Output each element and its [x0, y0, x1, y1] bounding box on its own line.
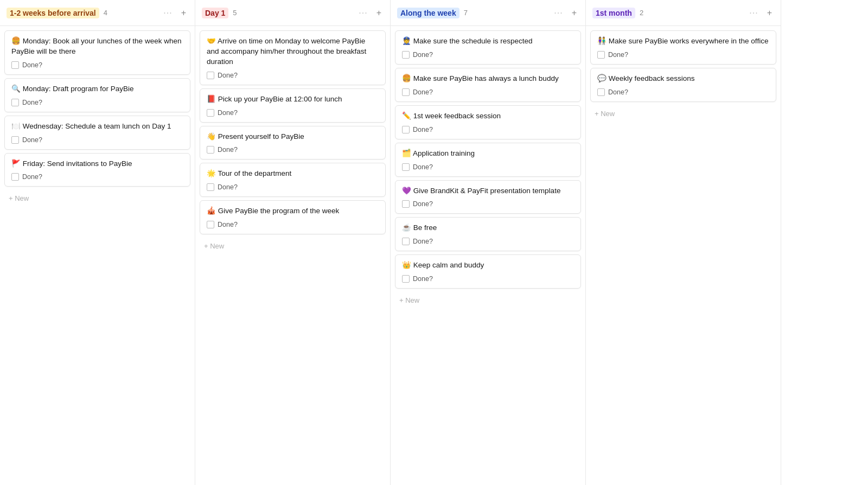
card-checkbox-c11[interactable] [402, 88, 410, 96]
column-body-4: 👫 Make sure PayBie works everywhere in t… [586, 26, 781, 485]
card-checkbox-row-c2: Done? [11, 99, 183, 106]
card-c1: 🍔 Monday: Book all your lunches of the w… [4, 30, 190, 75]
card-checkbox-label-c5: Done? [218, 72, 238, 79]
card-title-c1: 🍔 Monday: Book all your lunches of the w… [11, 36, 183, 57]
card-c10: 👮 Make sure the schedule is respectedDon… [395, 30, 581, 65]
card-checkbox-row-c1: Done? [11, 61, 183, 69]
column-2: Day 15···+🤝 Arrive on time on Monday to … [195, 0, 391, 485]
column-count-2: 5 [233, 9, 237, 17]
column-new-button-4[interactable]: + New [590, 106, 776, 121]
column-add-button-3[interactable]: + [570, 7, 579, 19]
card-title-c9: 🎪 Give PayBie the program of the week [207, 206, 379, 216]
column-new-button-2[interactable]: + New [200, 239, 386, 253]
card-c17: 👫 Make sure PayBie works everywhere in t… [590, 30, 776, 65]
card-title-c13: 🗂️ Application training [402, 149, 574, 159]
card-checkbox-c2[interactable] [11, 99, 19, 106]
card-checkbox-row-c7: Done? [207, 146, 379, 154]
card-c15: ☕ Be freeDone? [395, 217, 581, 251]
card-checkbox-label-c8: Done? [218, 183, 238, 191]
card-checkbox-c4[interactable] [11, 173, 19, 181]
card-c6: 📕 Pick up your PayBie at 12:00 for lunch… [200, 88, 386, 123]
card-checkbox-row-c4: Done? [11, 173, 183, 181]
card-title-c17: 👫 Make sure PayBie works everywhere in t… [597, 36, 769, 47]
column-add-button-1[interactable]: + [179, 7, 188, 19]
card-c12: ✏️ 1st week feedback sessionDone? [395, 105, 581, 139]
card-checkbox-c7[interactable] [207, 146, 214, 154]
card-checkbox-c14[interactable] [402, 200, 410, 208]
column-1: 1-2 weeks before arrival4···+🍔 Monday: B… [0, 0, 195, 485]
column-header-4: 1st month2···+ [586, 0, 781, 26]
card-checkbox-c5[interactable] [207, 72, 214, 79]
card-checkbox-label-c9: Done? [218, 221, 238, 228]
card-checkbox-label-c3: Done? [22, 136, 42, 144]
card-checkbox-c9[interactable] [207, 221, 214, 228]
card-c9: 🎪 Give PayBie the program of the weekDon… [200, 200, 386, 234]
card-title-c11: 🍔 Make sure PayBie has always a lunch bu… [402, 74, 574, 84]
column-new-button-1[interactable]: + New [4, 191, 190, 206]
card-c18: 💬 Weekly feedback sessionsDone? [590, 68, 776, 102]
card-checkbox-c16[interactable] [402, 275, 410, 283]
card-checkbox-c8[interactable] [207, 183, 214, 191]
card-checkbox-label-c2: Done? [22, 99, 42, 106]
card-checkbox-c1[interactable] [11, 61, 19, 69]
card-title-c3: 🍽️ Wednesday: Schedule a team lunch on D… [11, 122, 183, 132]
column-3: Along the week7···+👮 Make sure the sched… [391, 0, 586, 485]
card-checkbox-c12[interactable] [402, 126, 410, 133]
card-checkbox-label-c14: Done? [413, 200, 433, 208]
column-add-button-4[interactable]: + [765, 7, 774, 19]
card-c2: 🔍 Monday: Draft program for PayBieDone? [4, 78, 190, 112]
card-checkbox-label-c17: Done? [608, 51, 628, 59]
column-header-1: 1-2 weeks before arrival4···+ [0, 0, 195, 26]
column-4: 1st month2···+👫 Make sure PayBie works e… [586, 0, 781, 485]
card-checkbox-row-c9: Done? [207, 221, 379, 228]
card-title-c7: 👋 Present yourself to PayBie [207, 132, 379, 142]
card-checkbox-label-c10: Done? [413, 51, 433, 59]
card-c13: 🗂️ Application trainingDone? [395, 143, 581, 177]
column-menu-button-4[interactable]: ··· [747, 7, 760, 19]
card-title-c18: 💬 Weekly feedback sessions [597, 74, 769, 84]
card-checkbox-c6[interactable] [207, 109, 214, 117]
card-title-c2: 🔍 Monday: Draft program for PayBie [11, 84, 183, 94]
card-checkbox-row-c3: Done? [11, 136, 183, 144]
card-checkbox-c17[interactable] [597, 51, 605, 59]
card-c3: 🍽️ Wednesday: Schedule a team lunch on D… [4, 116, 190, 150]
card-checkbox-label-c1: Done? [22, 61, 42, 69]
card-checkbox-row-c14: Done? [402, 200, 574, 208]
column-menu-button-1[interactable]: ··· [161, 7, 174, 19]
column-menu-button-3[interactable]: ··· [552, 7, 565, 19]
card-checkbox-row-c16: Done? [402, 275, 574, 283]
card-title-c4: 🚩 Friday: Send invitations to PayBie [11, 159, 183, 169]
kanban-board: 1-2 weeks before arrival4···+🍔 Monday: B… [0, 0, 868, 485]
column-add-button-2[interactable]: + [374, 7, 384, 19]
card-checkbox-c3[interactable] [11, 136, 19, 144]
card-c14: 💜 Give BrandKit & PayFit presentation te… [395, 180, 581, 214]
column-new-button-3[interactable]: + New [395, 293, 581, 308]
card-title-c10: 👮 Make sure the schedule is respected [402, 36, 574, 47]
column-menu-button-2[interactable]: ··· [356, 7, 369, 19]
card-title-c14: 💜 Give BrandKit & PayFit presentation te… [402, 186, 574, 196]
card-title-c12: ✏️ 1st week feedback session [402, 111, 574, 122]
card-checkbox-row-c15: Done? [402, 238, 574, 245]
card-checkbox-row-c8: Done? [207, 183, 379, 191]
card-c11: 🍔 Make sure PayBie has always a lunch bu… [395, 68, 581, 102]
card-checkbox-c10[interactable] [402, 51, 410, 59]
card-c7: 👋 Present yourself to PayBieDone? [200, 126, 386, 160]
column-header-3: Along the week7···+ [391, 0, 585, 26]
card-checkbox-row-c18: Done? [597, 88, 769, 96]
card-checkbox-c15[interactable] [402, 238, 410, 245]
card-checkbox-row-c6: Done? [207, 109, 379, 117]
card-checkbox-row-c13: Done? [402, 163, 574, 171]
column-count-4: 2 [640, 9, 643, 17]
column-body-3: 👮 Make sure the schedule is respectedDon… [391, 26, 585, 485]
card-checkbox-c18[interactable] [597, 88, 605, 96]
card-checkbox-c13[interactable] [402, 163, 410, 171]
card-checkbox-label-c4: Done? [22, 173, 42, 181]
card-checkbox-row-c5: Done? [207, 72, 379, 79]
card-c4: 🚩 Friday: Send invitations to PayBieDone… [4, 153, 190, 187]
card-title-c5: 🤝 Arrive on time on Monday to welcome Pa… [207, 36, 379, 67]
card-title-c6: 📕 Pick up your PayBie at 12:00 for lunch [207, 94, 379, 105]
card-checkbox-label-c6: Done? [218, 109, 238, 117]
card-checkbox-label-c13: Done? [413, 163, 433, 171]
card-checkbox-label-c12: Done? [413, 126, 433, 133]
card-c8: 🌟 Tour of the departmentDone? [200, 163, 386, 197]
